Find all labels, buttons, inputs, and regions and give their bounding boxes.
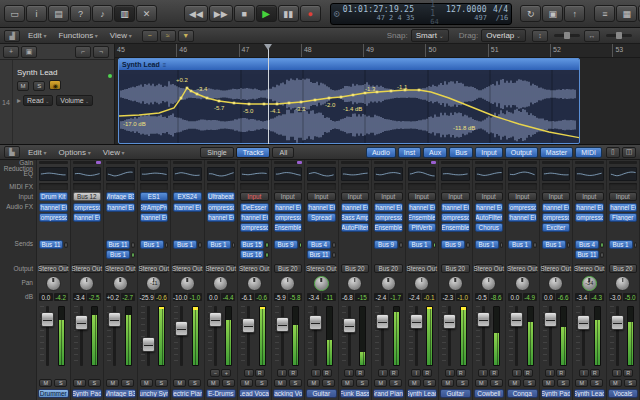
midi-fx-slot[interactable] [73,183,102,190]
send-slot[interactable]: Bus 9 [374,240,403,249]
audio-fx-slot[interactable]: Channel EQ [408,203,437,212]
send-bus-button[interactable]: Bus 1 [542,240,566,249]
input-monitor-button[interactable]: I [277,369,287,377]
send-slot[interactable]: Bus 1 [609,240,638,249]
audio-fx-slot[interactable]: GtrAmpPro [140,203,169,212]
output-slot[interactable]: Bus 20 [609,264,638,273]
audio-fx-slot[interactable]: Compressor [441,213,470,222]
channel-mute-button[interactable]: M [207,379,220,387]
send-bus-button[interactable]: Bus 1 [475,240,499,249]
automation-node[interactable] [233,102,236,105]
send-level-knob[interactable] [131,252,135,258]
input-monitor-button[interactable]: I [579,369,589,377]
tuner-icon[interactable]: ✕ [136,5,157,22]
record-enable-button[interactable]: R [255,369,265,377]
input-slot[interactable]: Input [575,192,604,201]
automation-node[interactable] [196,93,199,96]
pan-knob[interactable] [414,276,429,291]
input-monitor-button[interactable]: I [244,369,254,377]
midi-fx-slot[interactable] [106,183,135,190]
view-button-all[interactable]: All [272,147,294,158]
record-enable-button[interactable]: R [288,369,298,377]
automation-node[interactable] [328,97,331,100]
send-bus-button[interactable]: Bus 4 [307,240,331,249]
volume-fader[interactable] [175,321,188,336]
volume-value[interactable]: -5.9 [274,293,288,301]
input-slot[interactable]: Input [307,192,336,201]
channel-name[interactable]: Synth Pad [72,389,103,398]
channel-solo-button[interactable]: S [557,379,570,387]
peak-value[interactable]: -2.7 [121,293,135,301]
eq-thumbnail[interactable] [341,167,370,181]
channel-name[interactable]: Cowbell [474,389,505,398]
audio-fx-slot[interactable]: Channel EQ [274,203,303,212]
channel-solo-button[interactable]: S [88,379,101,387]
peak-value[interactable]: -6.6 [556,293,570,301]
send-slot[interactable]: Bus 1 [508,240,537,249]
midi-fx-slot[interactable] [475,183,504,190]
audio-fx-slot[interactable]: Channel EQ [140,213,169,222]
filter-button-audio[interactable]: Audio [366,147,396,158]
metronome-icon[interactable]: ♪ [92,5,113,22]
pan-knob[interactable]: -34 [582,276,597,291]
eq-thumbnail[interactable] [274,167,303,181]
midi-fx-slot[interactable] [542,183,571,190]
automation-node[interactable] [364,92,367,95]
input-monitor-button[interactable]: I [612,369,622,377]
playhead[interactable] [268,44,269,144]
output-slot[interactable]: Stereo Out [240,264,269,273]
volume-value[interactable]: -2.3 [441,293,455,301]
audio-fx-slot[interactable]: Channel EQ [73,213,102,222]
input-slot[interactable]: Input [475,192,504,201]
audio-fx-slot[interactable]: Channel EQ [508,213,537,222]
send-slot[interactable]: Bus 4 [575,240,604,249]
output-slot[interactable]: Stereo Out [307,264,336,273]
playhead-marker[interactable] [264,44,272,54]
audio-fx-slot[interactable]: Chorus [475,223,504,232]
volume-value[interactable]: -6.1 [240,293,254,301]
send-level-knob[interactable] [265,252,269,258]
eq-thumbnail[interactable] [374,167,403,181]
send-slot[interactable]: Bus 1 [106,250,135,259]
input-slot[interactable]: Input [542,192,571,201]
volume-value[interactable]: -2.4 [408,293,422,301]
mixer-panel-icon[interactable]: ▙ [4,146,20,158]
eq-thumbnail[interactable] [408,167,437,181]
audio-fx-slot[interactable]: Channel EQ [475,203,504,212]
flex-icon[interactable]: ≈ [160,30,176,42]
input-slot[interactable]: Input [274,192,303,201]
automation-node[interactable] [186,87,189,90]
pan-knob[interactable] [515,276,530,291]
record-enable-button[interactable]: R [556,369,566,377]
audio-fx-slot[interactable]: Ensemble [374,223,403,232]
filter-button-midi[interactable]: MIDI [575,147,602,158]
lcd-settings-icon[interactable]: ⊙ [334,8,340,19]
send-slot[interactable]: Bus 1 [207,240,236,249]
volume-fader[interactable] [343,318,356,333]
audio-fx-slot[interactable]: Spread [307,213,336,222]
record-enable-button[interactable]: R [590,369,600,377]
mixer-menu-view[interactable]: View [97,148,131,157]
volume-value[interactable]: -25.9 [140,293,154,301]
volume-fader[interactable] [309,315,322,330]
send-bus-button[interactable]: Bus 1 [106,250,130,259]
pan-knob[interactable] [314,276,329,291]
channel-name[interactable]: Vocals [608,389,639,398]
audio-fx-slot[interactable]: Compressor [274,213,303,222]
automation-node[interactable] [206,97,209,100]
midi-fx-slot[interactable] [609,183,638,190]
drag-select[interactable]: Overlap [481,29,526,42]
input-slot[interactable]: Drum Kit [39,192,68,201]
input-monitor-button[interactable]: I [478,369,488,377]
output-slot[interactable]: Stereo Out [140,264,169,273]
volume-value[interactable]: -3.0 [609,293,623,301]
send-bus-button[interactable]: Bus 11 [39,240,63,249]
audio-fx-slot[interactable]: Channel EQ [575,203,604,212]
send-bus-button[interactable]: Bus 11 [307,250,331,259]
peak-value[interactable]: -0.6 [255,293,269,301]
mixer-menu-edit[interactable]: Edit [22,148,52,157]
automation-node[interactable] [390,90,393,93]
eq-thumbnail[interactable] [441,167,470,181]
send-bus-button[interactable]: Bus 11 [575,250,599,259]
send-bus-button[interactable]: Bus 1 [609,240,633,249]
